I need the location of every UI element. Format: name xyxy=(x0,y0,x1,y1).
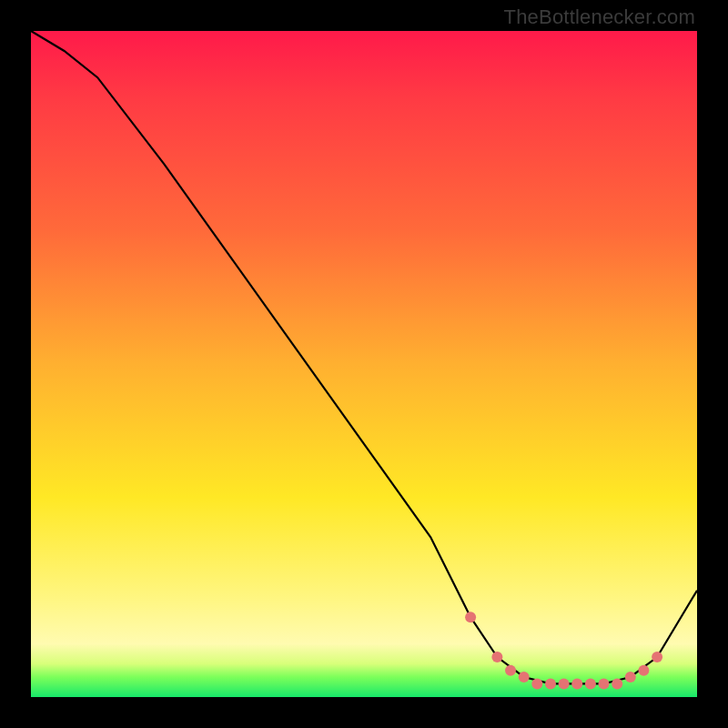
marker-dot xyxy=(545,678,556,689)
marker-dot xyxy=(612,678,622,689)
chart-frame: TheBottlenecker.com xyxy=(0,0,728,728)
marker-dot xyxy=(519,672,530,682)
marker-dot xyxy=(585,678,596,689)
marker-dot xyxy=(599,678,610,689)
plot-area xyxy=(31,31,697,697)
bottleneck-curve xyxy=(31,31,697,683)
marker-dot xyxy=(465,612,476,622)
marker-dot xyxy=(638,665,649,676)
marker-dot xyxy=(652,652,662,662)
marker-dot xyxy=(559,678,570,689)
marker-dot xyxy=(625,672,636,682)
marker-dot xyxy=(531,678,542,689)
optimal-range-markers xyxy=(465,612,662,689)
marker-dot xyxy=(571,678,582,689)
marker-dot xyxy=(505,665,516,676)
curve-layer xyxy=(31,31,697,697)
attribution-label: TheBottlenecker.com xyxy=(504,5,695,29)
marker-dot xyxy=(491,652,502,662)
